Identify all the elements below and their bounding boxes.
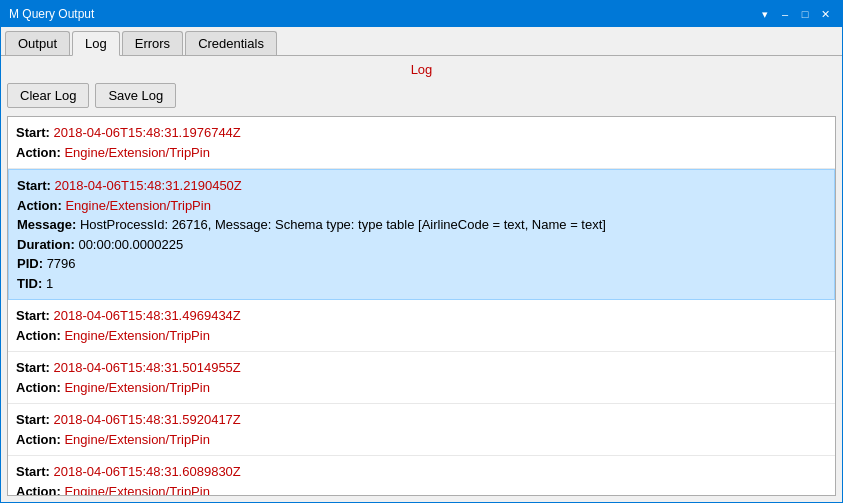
tab-output-label: Output: [18, 36, 57, 51]
log-entry-5-start: Start: 2018-04-06T15:48:31.5920417Z: [16, 410, 827, 430]
log-entry-6-action: Action: Engine/Extension/TripPin: [16, 482, 827, 497]
log-entry-4[interactable]: Start: 2018-04-06T15:48:31.5014955Z Acti…: [8, 352, 835, 404]
save-log-button[interactable]: Save Log: [95, 83, 176, 108]
log-toolbar: Clear Log Save Log: [7, 83, 836, 108]
log-entry-6-start: Start: 2018-04-06T15:48:31.6089830Z: [16, 462, 827, 482]
log-entry-2-action: Action: Engine/Extension/TripPin: [17, 196, 826, 216]
log-section-title: Log: [7, 62, 836, 77]
tab-errors[interactable]: Errors: [122, 31, 183, 55]
log-entry-3[interactable]: Start: 2018-04-06T15:48:31.4969434Z Acti…: [8, 300, 835, 352]
log-entry-6[interactable]: Start: 2018-04-06T15:48:31.6089830Z Acti…: [8, 456, 835, 496]
main-window: M Query Output ▾ – □ ✕ Output Log Errors…: [0, 0, 843, 503]
tab-credentials[interactable]: Credentials: [185, 31, 277, 55]
content-area: Log Clear Log Save Log Start: 2018-04-06…: [1, 56, 842, 502]
clear-log-button[interactable]: Clear Log: [7, 83, 89, 108]
log-entry-5-action: Action: Engine/Extension/TripPin: [16, 430, 827, 450]
log-entry-2-message: Message: HostProcessId: 26716, Message: …: [17, 215, 826, 235]
restore-button[interactable]: ▾: [756, 5, 774, 23]
log-entry-4-start: Start: 2018-04-06T15:48:31.5014955Z: [16, 358, 827, 378]
tab-bar: Output Log Errors Credentials: [1, 27, 842, 56]
tab-errors-label: Errors: [135, 36, 170, 51]
tab-log[interactable]: Log: [72, 31, 120, 56]
log-entry-1-action: Action: Engine/Extension/TripPin: [16, 143, 827, 163]
minimize-button[interactable]: –: [776, 5, 794, 23]
title-bar: M Query Output ▾ – □ ✕: [1, 1, 842, 27]
log-entry-5[interactable]: Start: 2018-04-06T15:48:31.5920417Z Acti…: [8, 404, 835, 456]
tab-output[interactable]: Output: [5, 31, 70, 55]
tab-log-label: Log: [85, 36, 107, 51]
window-controls: ▾ – □ ✕: [756, 5, 834, 23]
close-button[interactable]: ✕: [816, 5, 834, 23]
log-area[interactable]: Start: 2018-04-06T15:48:31.1976744Z Acti…: [7, 116, 836, 496]
maximize-button[interactable]: □: [796, 5, 814, 23]
log-entry-1[interactable]: Start: 2018-04-06T15:48:31.1976744Z Acti…: [8, 117, 835, 169]
tab-credentials-label: Credentials: [198, 36, 264, 51]
log-entry-3-action: Action: Engine/Extension/TripPin: [16, 326, 827, 346]
log-entry-3-start: Start: 2018-04-06T15:48:31.4969434Z: [16, 306, 827, 326]
log-entry-2-pid: PID: 7796: [17, 254, 826, 274]
log-entry-1-start: Start: 2018-04-06T15:48:31.1976744Z: [16, 123, 827, 143]
log-entry-2[interactable]: Start: 2018-04-06T15:48:31.2190450Z Acti…: [8, 169, 835, 300]
log-entry-2-tid: TID: 1: [17, 274, 826, 294]
log-entry-2-duration: Duration: 00:00:00.0000225: [17, 235, 826, 255]
window-title: M Query Output: [9, 7, 94, 21]
log-entry-2-start: Start: 2018-04-06T15:48:31.2190450Z: [17, 176, 826, 196]
log-entry-4-action: Action: Engine/Extension/TripPin: [16, 378, 827, 398]
